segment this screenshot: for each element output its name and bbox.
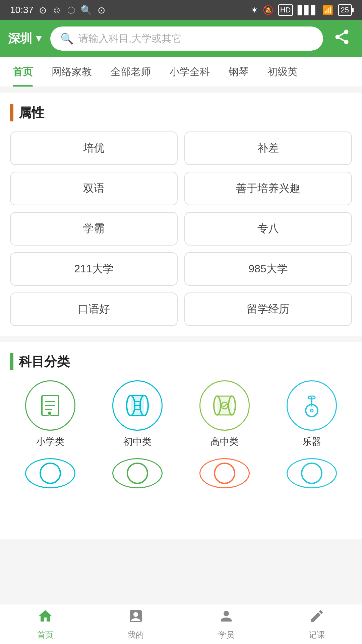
primary-school-icon [37, 392, 64, 419]
cat-partial-3[interactable] [184, 458, 265, 488]
bottom-nav-mine[interactable]: 我的 [90, 604, 181, 644]
attribute-accent-bar [10, 104, 13, 121]
bottom-nav-home[interactable]: 首页 [0, 604, 90, 644]
battery-indicator: 25 [338, 4, 352, 16]
svg-point-36 [302, 463, 322, 483]
cat-partial-icon-4 [287, 458, 337, 488]
tab-primary-all[interactable]: 小学全科 [160, 57, 219, 87]
location-button[interactable]: 深圳 ▼ [8, 31, 44, 47]
nav-tabs: 首页 网络家教 全部老师 小学全科 钢琴 初级英 [0, 57, 362, 87]
cat-partial-4[interactable] [272, 458, 352, 488]
record-icon [309, 608, 325, 628]
category-accent-bar [10, 353, 13, 370]
share-button[interactable] [330, 28, 354, 49]
category-partial-row [0, 458, 362, 492]
guitar-icon [298, 392, 325, 419]
category-section-title: 科目分类 [19, 353, 70, 370]
search-bar[interactable]: 🔍 请输入科目,大学或其它 [50, 26, 323, 51]
bottom-nav-record[interactable]: 记课 [272, 604, 362, 644]
tab-online-tutoring[interactable]: 网络家教 [42, 57, 101, 87]
status-right: ✶ 🔕 HD ▋▋▋ 📶 25 [251, 4, 352, 16]
bottom-students-label: 学员 [218, 630, 234, 640]
cat-primary-icon-wrap [25, 380, 75, 431]
attr-item-spoken[interactable]: 口语好 [10, 292, 178, 326]
cat-item-primary[interactable]: 小学类 [10, 380, 90, 448]
svg-line-4 [340, 33, 345, 36]
bottom-home-label: 首页 [37, 630, 53, 640]
cat-item-high[interactable]: 高中类 [184, 380, 265, 448]
app-header: 深圳 ▼ 🔍 请输入科目,大学或其它 [0, 20, 362, 57]
attr-item-abroad[interactable]: 留学经历 [184, 292, 352, 326]
cat-primary-label: 小学类 [36, 435, 64, 448]
attr-item-bucha[interactable]: 补差 [184, 131, 352, 165]
mine-icon [128, 608, 144, 628]
svg-point-2 [344, 40, 349, 44]
middle-school-icon [124, 392, 151, 419]
dot-icon: ⊙ [98, 5, 105, 16]
share-icon [333, 28, 351, 46]
attr-item-interest[interactable]: 善于培养兴趣 [184, 172, 352, 205]
bottom-mine-label: 我的 [128, 630, 144, 640]
cat-middle-icon-wrap [112, 380, 163, 431]
cat-partial-2[interactable] [97, 458, 178, 488]
high-school-icon [211, 392, 238, 419]
attribute-section-header: 属性 [0, 93, 362, 128]
cat-instrument-label: 乐器 [302, 435, 321, 448]
colorful-icon: ⬡ [67, 5, 75, 16]
cat-high-label: 高中类 [210, 435, 239, 448]
signal-icon: ▋▋▋ [298, 5, 318, 15]
hd-icon: HD [278, 4, 293, 16]
partial-icon-2 [124, 460, 151, 487]
partial-icon-1 [37, 460, 64, 487]
mute-icon: 🔕 [263, 5, 274, 15]
category-section-header: 科目分类 [0, 342, 362, 377]
status-time: 10:37 [10, 5, 34, 15]
cat-partial-icon-2 [112, 458, 163, 488]
attribute-grid: 培优 补差 双语 善于培养兴趣 学霸 专八 211大学 985大学 口语好 留学… [0, 128, 362, 336]
bottom-nav-students[interactable]: 学员 [181, 604, 272, 644]
partial-icon-3 [211, 460, 238, 487]
svg-point-1 [336, 35, 340, 39]
cat-item-instrument[interactable]: 乐器 [272, 380, 352, 448]
status-bar: 10:37 ⊙ ☺ ⬡ 🔍 ⊙ ✶ 🔕 HD ▋▋▋ 📶 25 [0, 0, 362, 20]
cat-instrument-icon-wrap [287, 380, 337, 431]
svg-point-33 [40, 463, 60, 483]
cat-middle-label: 初中类 [123, 435, 152, 448]
cat-partial-icon-3 [199, 458, 250, 488]
attr-item-peiyo[interactable]: 培优 [10, 131, 178, 165]
search-status-icon: 🔍 [80, 5, 92, 16]
cat-item-middle[interactable]: 初中类 [97, 380, 178, 448]
cat-partial-1[interactable] [10, 458, 90, 488]
students-icon [218, 608, 234, 628]
tab-all-teachers[interactable]: 全部老师 [101, 57, 160, 87]
attr-item-211[interactable]: 211大学 [10, 252, 178, 286]
attr-item-scholar[interactable]: 学霸 [10, 212, 178, 246]
location-label: 深圳 [8, 31, 32, 47]
bottom-nav: 首页 我的 学员 记课 [0, 604, 362, 644]
svg-point-9 [48, 411, 52, 415]
svg-point-35 [215, 463, 235, 483]
attr-item-985[interactable]: 985大学 [184, 252, 352, 286]
svg-point-0 [344, 30, 349, 34]
bluetooth-icon: ✶ [251, 5, 258, 15]
status-left: 10:37 ⊙ ☺ ⬡ 🔍 ⊙ [10, 5, 105, 16]
category-grid: 小学类 初中类 [0, 377, 362, 458]
wifi-icon: 📶 [322, 5, 333, 15]
smiley-icon: ☺ [52, 5, 62, 15]
cat-high-icon-wrap [199, 380, 250, 431]
home-icon [37, 608, 53, 628]
attribute-section-title: 属性 [19, 104, 44, 121]
circle-icon: ⊙ [39, 5, 47, 16]
tab-piano[interactable]: 钢琴 [219, 57, 258, 87]
search-icon: 🔍 [60, 32, 74, 45]
attr-item-band8[interactable]: 专八 [184, 212, 352, 246]
dropdown-arrow-icon: ▼ [34, 33, 44, 44]
bottom-record-label: 记课 [309, 630, 325, 640]
svg-line-3 [340, 38, 345, 41]
category-section: 科目分类 小学类 [0, 342, 362, 539]
search-placeholder-text: 请输入科目,大学或其它 [78, 32, 182, 46]
tab-beginner[interactable]: 初级英 [258, 57, 307, 87]
tab-home[interactable]: 首页 [3, 57, 42, 87]
attr-item-bilingual[interactable]: 双语 [10, 172, 178, 205]
partial-icon-4 [298, 460, 325, 487]
